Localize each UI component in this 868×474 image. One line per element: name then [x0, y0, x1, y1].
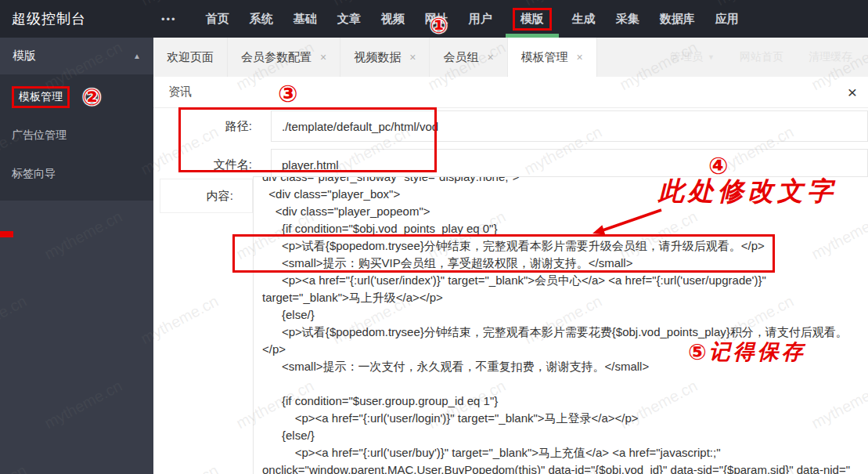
code-line: <div class="player_box"> — [262, 186, 868, 203]
sidebar-item-template-manage[interactable]: 模板管理 ② — [0, 78, 153, 116]
annotation-step-2: ② — [82, 84, 102, 110]
code-line: <p><a href="{:url('user/buy')}" target="… — [262, 444, 868, 461]
annotation-red-box-nav: 模版 — [513, 8, 552, 31]
content-label: 内容: — [160, 179, 253, 213]
sidebar-submenu: 模板管理 ② 广告位管理 标签向导 — [0, 74, 153, 201]
chevron-down-icon: ▼ — [708, 53, 715, 61]
template-form: 路径: ./template/default_pc/html/vod 文件名: … — [153, 108, 868, 180]
path-row: 路径: ./template/default_pc/html/vod — [153, 110, 868, 142]
tab-member-group[interactable]: 会员组 × — [430, 38, 507, 77]
nav-item-generate[interactable]: 生成 — [562, 0, 606, 38]
nav-item-video[interactable]: 视频 — [371, 0, 415, 38]
close-icon[interactable]: × — [320, 51, 326, 63]
tab-video-data[interactable]: 视频数据 × — [340, 38, 430, 77]
code-line: <small>提示：一次支付，永久观看，不重复扣费，谢谢支持。</small> — [262, 358, 868, 375]
topbar: 超级控制台 ••• 首页 系统 基础 文章 视频 网址 用户 模版 生成 采集 … — [0, 0, 868, 38]
tab-welcome[interactable]: 欢迎页面 — [153, 38, 228, 77]
top-nav: 首页 系统 基础 文章 视频 网址 用户 模版 生成 采集 数据库 应用 — [196, 0, 749, 38]
tabbar-right-links: 管理员 ▼ 网站首页 清理缓存 — [670, 38, 868, 77]
main-area: 欢迎页面 会员参数配置 × 视频数据 × 会员组 × 模板管理 × 管理员 ▼ … — [153, 38, 868, 474]
close-icon[interactable]: × — [487, 51, 493, 63]
code-line: target="_blank">马上升级</a></p> — [262, 289, 868, 306]
code-line — [262, 375, 868, 393]
close-icon[interactable]: × — [409, 51, 416, 63]
nav-item-database[interactable]: 数据库 — [650, 0, 705, 38]
code-line: <small>提示：购买VIP会员组，享受超级权限，谢谢支持。</small> — [262, 255, 868, 272]
nav-item-template[interactable]: 模版 — [502, 0, 562, 38]
code-line: {if condition="$user.group.group_id eq 1… — [262, 393, 868, 410]
admin-user-menu[interactable]: 管理员 ▼ — [670, 50, 715, 64]
nav-item-system[interactable]: 系统 — [240, 0, 283, 38]
filename-row: 文件名: player.html — [153, 149, 868, 180]
panel-header: 资讯 × — [153, 77, 868, 108]
filename-input[interactable]: player.html — [271, 149, 868, 180]
sidebar-group-template[interactable]: 模版 ▲ — [0, 38, 153, 74]
code-line: onclick="window.parent.MAC.User.BuyPoped… — [262, 461, 868, 474]
path-label: 路径: — [153, 119, 271, 134]
code-line: </p> — [262, 341, 868, 358]
collapse-up-icon: ▲ — [133, 52, 141, 60]
sidebar-item-ad-manage[interactable]: 广告位管理 — [0, 116, 153, 154]
code-line: {else/} — [262, 306, 868, 324]
tab-template-manage[interactable]: 模板管理 × — [508, 38, 597, 77]
close-icon[interactable]: × — [577, 51, 583, 63]
info-panel: 资讯 × 路径: ./template/default_pc/html/vod … — [153, 77, 868, 474]
annotation-red-box-sidebar: 模板管理 — [12, 86, 70, 108]
code-line: {else/} — [262, 427, 868, 444]
path-input[interactable]: ./template/default_pc/html/vod — [271, 110, 868, 142]
code-line: <p><a href="{:url('user/login')}" target… — [262, 410, 868, 427]
site-home-link[interactable]: 网站首页 — [740, 50, 783, 64]
code-line: <p>试看{$popedom.trysee}分钟结束，完整观看本影片需要升级会员… — [262, 237, 868, 255]
panel-title: 资讯 — [168, 85, 192, 100]
nav-item-home[interactable]: 首页 — [196, 0, 240, 38]
code-line: <p><a href="{:url('user/index')}" target… — [262, 272, 868, 289]
nav-item-url[interactable]: 网址 — [415, 0, 459, 38]
filename-label: 文件名: — [153, 157, 271, 172]
content-row: 内容: div class="player_showay" style="dis… — [153, 176, 868, 474]
tab-member-params[interactable]: 会员参数配置 × — [228, 38, 340, 77]
template-code-textarea[interactable]: div class="player_showay" style="display… — [253, 176, 868, 474]
code-line: <p>试看{$popedom.trysee}分钟结束，完整观看本影片需要花费{$… — [262, 324, 868, 341]
close-icon[interactable]: × — [848, 84, 857, 100]
nav-item-user[interactable]: 用户 — [459, 0, 502, 38]
code-line: <div class="player_popeom"> — [262, 203, 868, 220]
tab-bar: 欢迎页面 会员参数配置 × 视频数据 × 会员组 × 模板管理 × 管理员 ▼ … — [153, 38, 868, 77]
nav-item-article[interactable]: 文章 — [327, 0, 371, 38]
nav-item-app[interactable]: 应用 — [705, 0, 749, 38]
nav-item-basic[interactable]: 基础 — [283, 0, 327, 38]
annotation-red-dash — [0, 231, 13, 237]
code-line: div class="player_showay" style="display… — [262, 176, 868, 186]
nav-item-collect[interactable]: 采集 — [606, 0, 650, 38]
sidebar: 模版 ▲ 模板管理 ② 广告位管理 标签向导 — [0, 38, 153, 474]
code-line: {if condition="$obj.vod_points_play eq 0… — [262, 220, 868, 237]
sidebar-item-tag-wizard[interactable]: 标签向导 — [0, 154, 153, 193]
app-title: 超级控制台 — [0, 9, 153, 28]
clear-cache-link[interactable]: 清理缓存 — [809, 50, 852, 64]
more-menu-icon[interactable]: ••• — [153, 13, 196, 25]
